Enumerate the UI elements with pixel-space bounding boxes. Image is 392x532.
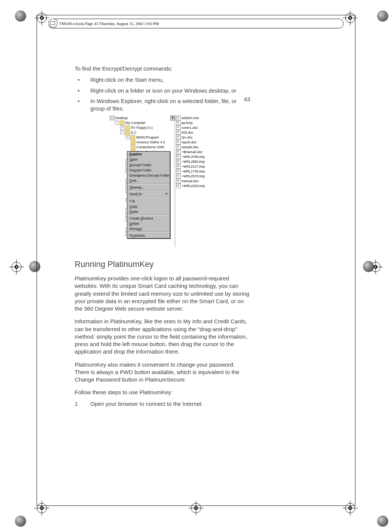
list-item: Right-click on the Start menu, bbox=[75, 76, 250, 84]
file-item[interactable]: ~WRL2570.tmp bbox=[176, 174, 217, 178]
file-item[interactable]: sample.doc bbox=[176, 144, 217, 149]
menu-item[interactable]: Explore bbox=[127, 152, 170, 157]
folder-icon bbox=[120, 121, 125, 125]
explorer-screenshot: Desktop−My Computer+3½ Floppy (A:)−(C:)+… bbox=[108, 115, 217, 247]
menu-item[interactable]: Create Shortcut bbox=[127, 216, 170, 221]
file-icon bbox=[176, 125, 181, 130]
file-item[interactable]: report.doc bbox=[176, 140, 217, 144]
menu-item[interactable]: Open bbox=[127, 157, 170, 162]
svg-point-19 bbox=[195, 507, 197, 509]
intro-text: To find the Encrypt/Decrypt commands: bbox=[75, 65, 250, 72]
section-heading: Running PlatinumKey bbox=[75, 259, 250, 270]
file-icon bbox=[176, 120, 181, 125]
numbered-list: 1Open your browser to connect to the Int… bbox=[75, 400, 250, 408]
folder-icon bbox=[131, 140, 136, 144]
file-icon bbox=[176, 135, 181, 140]
menu-item[interactable]: Paste bbox=[127, 209, 170, 214]
menu-item[interactable]: Emergency Decrypt Folder bbox=[127, 173, 170, 178]
list-item: Right-click on a folder or icon on your … bbox=[75, 87, 250, 94]
file-item[interactable]: ie5dom.exe bbox=[176, 115, 217, 120]
tree-item[interactable]: CompuServe 2000 bbox=[108, 144, 175, 149]
file-item[interactable]: cover1.doc bbox=[176, 125, 217, 130]
file-item[interactable]: manual.doc bbox=[176, 178, 217, 183]
file-icon bbox=[176, 174, 181, 178]
menu-item[interactable]: Find... bbox=[127, 178, 170, 183]
folder-icon bbox=[125, 130, 130, 135]
desktop-icon bbox=[110, 116, 115, 120]
expand-icon[interactable]: + bbox=[120, 125, 124, 130]
list-item: 1Open your browser to connect to the Int… bbox=[75, 400, 250, 408]
tree-item[interactable]: +3½ Floppy (A:) bbox=[108, 125, 175, 130]
svg-point-24 bbox=[349, 507, 351, 509]
svg-point-35 bbox=[49, 19, 57, 28]
header-pill: TM100-e.book Page 43 Thursday, August 15… bbox=[49, 19, 343, 28]
file-item[interactable]: INS.doc bbox=[176, 130, 217, 135]
tree-item[interactable]: −My Computer bbox=[108, 120, 175, 125]
file-icon bbox=[176, 130, 181, 135]
file-item[interactable]: ~WRL2855.tmp bbox=[176, 159, 217, 164]
tree-item[interactable]: +360SCProgram bbox=[108, 135, 175, 140]
menu-item[interactable]: Copy bbox=[127, 204, 170, 209]
menu-item[interactable]: Cut bbox=[127, 198, 170, 203]
file-icon bbox=[176, 149, 181, 154]
file-icon bbox=[176, 178, 181, 183]
reg-mark bbox=[9, 259, 24, 276]
menu-item[interactable]: Rename bbox=[127, 226, 170, 231]
file-item[interactable]: ~WRL3786.tmp bbox=[176, 154, 217, 159]
expand-icon[interactable]: + bbox=[125, 135, 130, 139]
file-icon bbox=[176, 144, 181, 149]
file-item[interactable]: ~WRL2229.tmp bbox=[176, 183, 217, 188]
paragraph: PlatinumKey also makes it convenient to … bbox=[75, 361, 250, 384]
collapse-icon[interactable]: − bbox=[115, 121, 119, 125]
file-item[interactable]: ~WRL1736.tmp bbox=[176, 169, 217, 174]
file-icon bbox=[176, 140, 181, 144]
context-menu: ExploreOpenEncrypt FolderDecrypt FolderE… bbox=[127, 151, 170, 239]
tree-item[interactable]: −(C:) bbox=[108, 130, 175, 135]
menu-item[interactable]: Properties bbox=[127, 233, 170, 238]
menu-item[interactable]: Send To bbox=[127, 192, 170, 197]
file-list-pane: ie5dom.exeqa.bmpcover1.docINS.docQA.docr… bbox=[176, 115, 217, 247]
file-item[interactable]: qa.bmp bbox=[176, 120, 217, 125]
menu-item[interactable]: Encrypt Folder bbox=[127, 162, 170, 168]
file-item[interactable]: ~WRL2117.tmp bbox=[176, 164, 217, 169]
folder-icon bbox=[131, 145, 136, 149]
content-area: 43 To find the Encrypt/Decrypt commands:… bbox=[75, 48, 250, 411]
list-item: In Windows Explorer, right-click on a se… bbox=[75, 97, 250, 113]
file-item[interactable]: QA.doc bbox=[176, 135, 217, 140]
tree-item[interactable]: Desktop bbox=[108, 115, 175, 120]
header-text: TM100-e.book Page 43 Thursday, August 15… bbox=[59, 21, 159, 26]
svg-point-29 bbox=[16, 266, 17, 268]
menu-item[interactable]: Sharing... bbox=[127, 185, 170, 190]
paragraph: PlatinumKey provides one-click logon to … bbox=[75, 275, 250, 312]
menu-item[interactable]: Delete bbox=[127, 221, 170, 226]
svg-point-34 bbox=[375, 266, 376, 268]
folder-icon bbox=[130, 135, 135, 140]
bullet-list: Right-click on the Start menu, Right-cli… bbox=[75, 76, 250, 112]
file-icon bbox=[176, 164, 181, 169]
collapse-icon[interactable]: − bbox=[120, 130, 124, 134]
tree-item[interactable]: America Online 4.0 bbox=[108, 140, 175, 144]
paragraph: Information in PlatinumKey, like the one… bbox=[75, 318, 250, 355]
file-icon bbox=[176, 115, 181, 120]
file-item[interactable]: ~$manual.doc bbox=[176, 149, 217, 154]
file-icon bbox=[176, 154, 181, 159]
file-icon bbox=[176, 159, 181, 164]
steps-intro: Follow these steps to use PlatinumKey: bbox=[75, 389, 250, 396]
svg-point-14 bbox=[41, 507, 43, 509]
file-icon bbox=[176, 169, 181, 174]
folder-icon bbox=[125, 125, 130, 130]
menu-item[interactable]: Decrypt Folder bbox=[127, 168, 170, 173]
file-icon bbox=[176, 183, 181, 188]
